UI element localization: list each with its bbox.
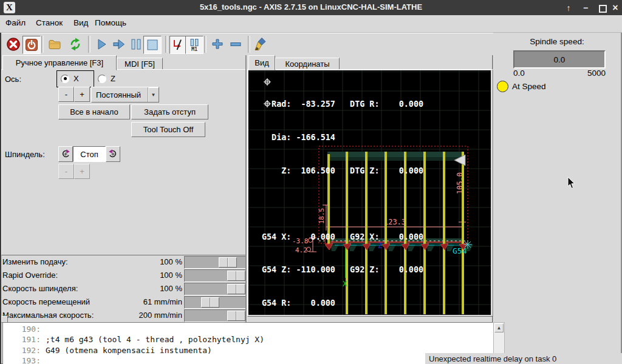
stop-button[interactable]: [143, 36, 162, 54]
pause-button[interactable]: [128, 36, 145, 53]
slider-thumb[interactable]: [219, 257, 237, 268]
spindle-ccw-button[interactable]: [58, 146, 73, 162]
slider-thumb[interactable]: [227, 271, 245, 281]
spindle-cw-button[interactable]: [106, 146, 120, 162]
rapid-override-slider[interactable]: [184, 269, 246, 282]
minimize-button[interactable]: −: [579, 2, 592, 13]
g54-origin-label: G54: [453, 246, 467, 255]
zoom-in-button[interactable]: [209, 36, 226, 53]
menu-help[interactable]: Помощь: [95, 18, 126, 27]
gcode-scrollbar[interactable]: ▲: [493, 322, 505, 357]
set-offset-button[interactable]: Задать отступ: [131, 104, 208, 120]
dro-line: G54 X: 0.000 G92 X: 0.000: [262, 232, 423, 243]
power-icon: [24, 38, 39, 52]
gcode-line[interactable]: 190:: [3, 325, 493, 335]
jog-mode-select[interactable]: Постоянный ▼: [91, 87, 159, 103]
open-file-button[interactable]: [46, 36, 63, 53]
estop-button[interactable]: [5, 36, 22, 53]
feed-override-slider[interactable]: [184, 256, 246, 269]
tab-mdi-label: MDI [F5]: [125, 59, 155, 69]
gcode-line[interactable]: 191:;t4 m6 g43 (tool 4 - thread , polozh…: [3, 335, 493, 345]
tab-dro[interactable]: Координаты: [275, 58, 340, 70]
window-icon: X: [4, 2, 15, 13]
slider-thumb[interactable]: [227, 311, 245, 321]
spindle-override-slider[interactable]: [184, 283, 246, 295]
clear-plot-button[interactable]: [252, 36, 269, 53]
toolbar-separator: [204, 36, 207, 53]
dro-line: G54 Z: -110.000 G92 Z: 0.000: [262, 265, 423, 275]
spindle-ccw-icon: [60, 149, 71, 160]
close-button[interactable]: ×: [609, 2, 622, 13]
feed-override-label: Изменить подачу:: [2, 257, 68, 266]
menu-machine[interactable]: Станок: [36, 18, 63, 27]
menu-file[interactable]: Файл: [5, 18, 26, 27]
tab-preview[interactable]: Вид: [248, 55, 275, 70]
toolbar-separator: [88, 36, 91, 53]
status-bar: Unexpected realtime delay on task 0: [425, 353, 622, 364]
reload-icon: [68, 37, 83, 52]
gcode-listing[interactable]: 190: 191:;t4 m6 g43 (tool 4 - thread , p…: [2, 322, 493, 364]
skip-lines-icon: [171, 38, 186, 52]
jog-plus-button[interactable]: +: [74, 87, 90, 102]
preview-canvas[interactable]: 123.3 18.5 105.0 -3.8 4.2 X Z G54: [248, 70, 491, 315]
maximize-button[interactable]: [599, 5, 607, 13]
radio-z-label: Z: [111, 74, 115, 83]
home-all-button[interactable]: Все в начало: [58, 104, 130, 120]
at-speed-label: At Speed: [512, 82, 546, 91]
max-velocity-value: 200 mm/min: [112, 311, 182, 320]
spindle-stop-button[interactable]: Стоп: [73, 146, 106, 162]
run-step-button[interactable]: [111, 36, 128, 53]
max-velocity-slider[interactable]: [184, 309, 246, 322]
tool-touch-off-button[interactable]: Tool Touch Off: [131, 122, 205, 137]
menu-view[interactable]: Вид: [73, 18, 88, 27]
jog-speed-value: 61 mm/min: [112, 297, 182, 306]
rapid-override-row: Rapid Override: 100 %: [0, 269, 245, 282]
toolbar-separator: [165, 36, 168, 53]
dro-readout: Rad: -83.257 DTG R: 0.000 Dia: -166.514 …: [262, 77, 423, 364]
jog-speed-row: Скорость перемещений 61 mm/min: [0, 295, 245, 309]
tab-mdi[interactable]: MDI [F5]: [117, 58, 163, 70]
run-button[interactable]: [93, 36, 110, 53]
radio-axis-x[interactable]: X: [61, 74, 79, 83]
spindle-faster-button[interactable]: +: [74, 164, 90, 179]
radio-axis-z[interactable]: Z: [98, 74, 115, 83]
optional-pause-button[interactable]: M1: [185, 36, 203, 54]
tab-preview-label: Вид: [255, 58, 269, 67]
dro-line: [262, 198, 423, 209]
dro-line: G54 R: 0.000: [262, 298, 423, 309]
open-folder-icon: [47, 37, 62, 52]
toolbar-separator: [41, 36, 44, 53]
shade-button[interactable]: ↑: [562, 2, 575, 13]
zoom-out-icon: [228, 37, 243, 52]
spindle-slower-button[interactable]: -: [58, 164, 74, 179]
scroll-up-icon[interactable]: ▲: [494, 323, 504, 332]
spindle-speed-value: 0.0: [554, 55, 566, 64]
optional-pause-m1-icon: M1: [187, 38, 202, 52]
gcode-line[interactable]: 193:: [3, 356, 493, 364]
jog-speed-slider[interactable]: [184, 296, 246, 309]
titlebar: X 5x16_tools.ngc - AXIS 2.7.15 on LinuxC…: [0, 0, 622, 15]
slider-thumb[interactable]: [227, 284, 245, 294]
jog-mode-value: Постоянный: [92, 90, 148, 99]
axis-window: X 5x16_tools.ngc - AXIS 2.7.15 on LinuxC…: [0, 0, 622, 364]
zoom-out-button[interactable]: [227, 36, 244, 53]
max-velocity-row: Максимальная скорость: 200 mm/min: [0, 309, 245, 322]
machine-power-button[interactable]: [22, 36, 41, 54]
jog-minus-button[interactable]: -: [58, 87, 74, 102]
gcode-line[interactable]: 192:G49 (otmena kompensacii instumenta): [3, 346, 493, 356]
zoom-in-icon: [210, 37, 225, 52]
line-text: G49 (otmena kompensacii instumenta): [46, 346, 212, 356]
chevron-down-icon: ▼: [148, 87, 159, 102]
mouse-cursor: [567, 177, 576, 189]
reload-button[interactable]: [67, 36, 84, 53]
left-sash[interactable]: [245, 55, 247, 322]
step-arrow-icon: [112, 37, 126, 52]
slider-thumb[interactable]: [201, 297, 219, 308]
axis-label: Ось:: [5, 75, 21, 84]
homed-icon: [264, 78, 271, 86]
overrides-panel: Изменить подачу: 100 % Rapid Override: 1…: [0, 254, 247, 322]
tab-manual-control[interactable]: Ручное управление [F3]: [2, 55, 117, 70]
toolbar: M1: [1, 33, 493, 56]
spindle-override-value: 100 %: [112, 284, 182, 293]
spindle-label: Шпиндель:: [5, 150, 45, 159]
